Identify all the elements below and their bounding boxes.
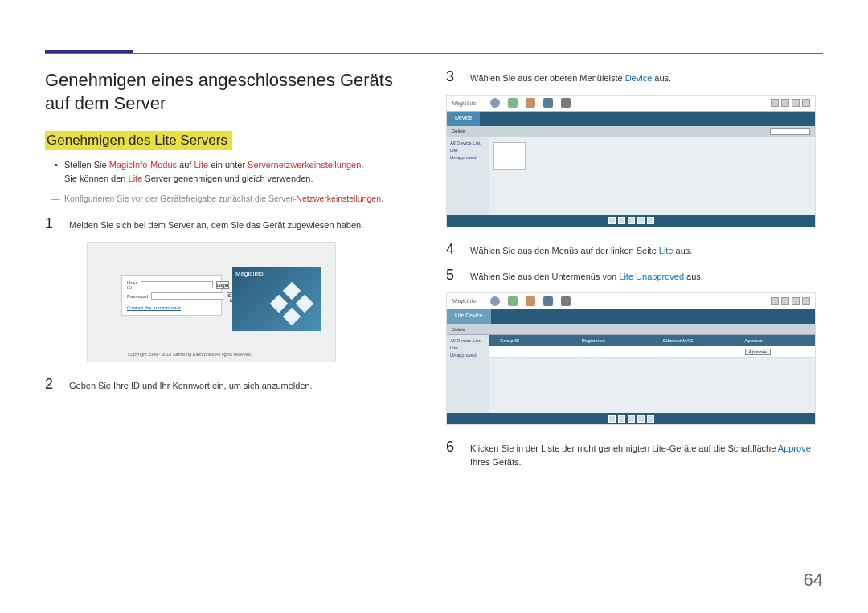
step-text: Wählen Sie aus den Menüs auf der linken … [470, 242, 692, 258]
sidebar-item-unapproved[interactable]: Unapproved [450, 353, 485, 358]
device-table: Group ID Registered Ethernet MAC Approve… [489, 335, 815, 413]
right-column: 3 Wählen Sie aus der oberen Menüleiste D… [446, 69, 823, 478]
window-controls [771, 99, 810, 107]
config-note: Konfigurieren Sie vor der Gerätefreigabe… [45, 193, 422, 205]
pager-btn-icon[interactable] [628, 217, 635, 224]
contact-admin-link[interactable]: Contact the administrator [127, 305, 216, 310]
step-5: 5 Wählen Sie aus den Untermenüs von Lite… [446, 268, 823, 284]
pager-btn-icon[interactable] [647, 415, 654, 423]
win-btn-icon[interactable] [771, 99, 779, 107]
app-logo: MagicInfo [452, 298, 476, 304]
table-row[interactable]: Approve [489, 346, 815, 358]
section-heading: Genehmigen des Lite Servers [45, 131, 232, 150]
left-column: Genehmigen eines angeschlossenes Geräts … [45, 69, 422, 478]
sidebar-item[interactable]: Lite [450, 148, 485, 153]
pager-btn-icon[interactable] [628, 415, 635, 423]
pager [447, 413, 815, 424]
login-button[interactable]: Login [216, 281, 230, 289]
page-number: 64 [804, 570, 823, 591]
pager-btn-icon[interactable] [608, 415, 616, 423]
bullet-list: Stellen Sie MagicInfo-Modus auf Lite ein… [45, 158, 422, 185]
stats-icon[interactable] [561, 296, 571, 306]
win-btn-icon[interactable] [781, 297, 789, 305]
app-topbar: MagicInfo [447, 293, 815, 309]
password-label: Password [127, 294, 148, 299]
step-text: Geben Sie Ihre ID und Ihr Kennwort ein, … [69, 377, 313, 393]
step-text: Melden Sie sich bei dem Server an, dem S… [69, 216, 363, 232]
content-icon[interactable] [508, 98, 518, 108]
step-1: 1 Melden Sie sich bei dem Server an, dem… [45, 216, 422, 232]
device-icon[interactable] [543, 98, 553, 108]
win-btn-icon[interactable] [802, 297, 810, 305]
unapproved-screenshot: MagicInfo Lite Device [446, 292, 816, 425]
step-text: Klicken Sie in der Liste der nicht geneh… [470, 439, 811, 468]
pager-btn-icon[interactable] [618, 217, 625, 224]
app-topbar: MagicInfo [447, 96, 815, 112]
bullet-item: Stellen Sie MagicInfo-Modus auf Lite ein… [64, 158, 422, 185]
step-2: 2 Geben Sie Ihre ID und Ihr Kennwort ein… [45, 377, 422, 393]
tab-lite-device[interactable]: Lite Device [447, 309, 491, 324]
content-icon[interactable] [508, 296, 518, 306]
step-number: 4 [446, 242, 459, 258]
sidebar-item-lite[interactable]: Lite [450, 345, 485, 350]
sidebar-item[interactable]: All Device List [450, 141, 485, 145]
toolbar: Delete [447, 126, 815, 137]
table-header: Group ID Registered Ethernet MAC Approve [489, 335, 815, 346]
window-controls [771, 297, 810, 305]
user-id-input[interactable] [141, 281, 213, 288]
win-btn-icon[interactable] [792, 99, 800, 107]
gear-icon[interactable] [490, 98, 500, 108]
app-logo: MagicInfo [452, 100, 476, 106]
delete-button[interactable]: Delete [452, 129, 465, 133]
win-btn-icon[interactable] [771, 297, 779, 305]
tab-device[interactable]: Device [447, 112, 480, 126]
step-number: 5 [446, 268, 459, 284]
win-btn-icon[interactable] [802, 99, 810, 107]
nav-tabs: Device [447, 112, 815, 126]
step-4: 4 Wählen Sie aus den Menüs auf der linke… [446, 242, 823, 258]
sidebar: All Device List Lite Unapproved [447, 137, 489, 215]
sidebar-item[interactable]: Unapproved [450, 155, 485, 160]
copyright-text: Copyright 2009 - 2013 Samsung Electronic… [128, 352, 252, 357]
win-btn-icon[interactable] [792, 297, 800, 305]
device-tile[interactable] [493, 142, 526, 170]
sidebar-item[interactable]: All Device List [450, 338, 485, 343]
pager [447, 215, 815, 227]
search-input[interactable] [770, 128, 810, 135]
step-number: 2 [45, 377, 58, 393]
gear-icon[interactable] [490, 296, 500, 306]
step-number: 6 [446, 439, 459, 456]
nav-tabs: Lite Device [447, 309, 815, 324]
step-6: 6 Klicken Sie in der Liste der nicht gen… [446, 439, 823, 468]
device-grid [489, 137, 815, 215]
user-id-label: User ID [127, 280, 137, 290]
page-title: Genehmigen eines angeschlossenes Geräts … [45, 69, 422, 115]
user-icon[interactable] [526, 296, 535, 306]
step-3: 3 Wählen Sie aus der oberen Menüleiste D… [446, 69, 823, 85]
login-screenshot: User ID Login Password Sign Up Contact t… [87, 242, 336, 362]
device-icon[interactable] [543, 296, 553, 306]
step-number: 3 [446, 69, 459, 85]
step-text: Wählen Sie aus der oberen Menüleiste Dev… [470, 69, 671, 85]
top-rule [45, 53, 823, 54]
pager-btn-icon[interactable] [637, 415, 645, 423]
step-text: Wählen Sie aus den Untermenüs von Lite U… [470, 268, 703, 284]
win-btn-icon[interactable] [781, 99, 789, 107]
sidebar: All Device List Lite Unapproved [447, 335, 489, 413]
pager-btn-icon[interactable] [637, 217, 645, 224]
pager-btn-icon[interactable] [608, 217, 616, 224]
approve-button[interactable]: Approve [745, 349, 771, 355]
user-icon[interactable] [526, 98, 535, 108]
stats-icon[interactable] [561, 98, 571, 108]
diamond-graphic [272, 284, 311, 323]
content-columns: Genehmigen eines angeschlossenes Geräts … [45, 69, 823, 478]
delete-button[interactable]: Delete [452, 327, 465, 332]
device-screenshot: MagicInfo Device Dele [446, 95, 816, 227]
step-number: 1 [45, 216, 58, 232]
toolbar: Delete [447, 324, 815, 335]
password-input[interactable] [151, 292, 223, 300]
pager-btn-icon[interactable] [647, 217, 654, 224]
login-panel: User ID Login Password Sign Up Contact t… [121, 275, 222, 316]
pager-btn-icon[interactable] [618, 415, 625, 423]
login-branding: MagicInfo [232, 267, 321, 331]
